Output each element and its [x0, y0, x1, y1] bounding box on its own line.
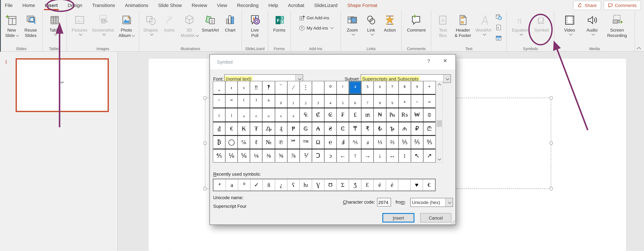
video-button[interactable]: Video: [562, 10, 577, 37]
tab-shape-format[interactable]: Shape Format: [342, 0, 382, 10]
symbol-cell[interactable]: ⅜: [263, 149, 275, 162]
tab-help[interactable]: Help: [264, 0, 283, 10]
symbol-cell[interactable]: ₄: [324, 95, 337, 108]
symbol-cell[interactable]: ₋: [411, 95, 424, 108]
symbol-cell-selected[interactable]: ⁴: [349, 81, 362, 94]
symbol-cell[interactable]: ⅗: [424, 136, 435, 148]
cancel-button[interactable]: Cancel: [420, 213, 451, 222]
share-button[interactable]: Share: [574, 1, 601, 10]
tab-review[interactable]: Review: [187, 0, 212, 10]
handle-mid-right[interactable]: [550, 141, 553, 145]
symbol-cell[interactable]: ⅎ: [362, 136, 374, 148]
symbol-cell[interactable]: ⁾: [250, 95, 263, 108]
symbol-cell[interactable]: ⅖: [411, 136, 424, 148]
symbol-cell[interactable]: →: [362, 149, 374, 162]
symbol-cell[interactable]: №: [263, 136, 275, 148]
dialog-title-bar[interactable]: Symbol: [210, 55, 456, 70]
symbol-cell[interactable]: ‾: [275, 81, 288, 94]
live-poll-button[interactable]: LivePoll: [248, 10, 262, 38]
recent-symbol-cell[interactable]: ⁴: [214, 180, 226, 190]
symbol-cell[interactable]: ⁵: [362, 81, 374, 94]
symbol-cell[interactable]: ₪: [424, 108, 435, 121]
symbol-cell[interactable]: ⁽: [238, 95, 250, 108]
symbol-cell[interactable]: Ⅎ: [337, 136, 349, 148]
recent-symbol-cell[interactable]: [398, 180, 411, 190]
screen-recording-button[interactable]: ScreenRecording: [607, 10, 627, 38]
recent-symbol-cell[interactable]: ʕ: [288, 180, 300, 190]
scroll-down-icon[interactable]: [436, 156, 442, 162]
scrollbar-thumb[interactable]: [436, 120, 442, 127]
handle-top-right[interactable]: [550, 96, 553, 100]
symbol-cell[interactable]: ℗: [275, 136, 288, 148]
slide-thumbnail[interactable]: m²: [16, 58, 109, 112]
symbol-cell[interactable]: ₂: [300, 95, 312, 108]
object-button[interactable]: [496, 35, 502, 43]
recent-symbol-cell[interactable]: Ʊ: [324, 180, 337, 190]
symbol-cell[interactable]: ₉: [386, 95, 399, 108]
symbol-cell[interactable]: ⁸: [399, 81, 411, 94]
recent-symbol-cell[interactable]: Ɣ: [312, 180, 324, 190]
symbol-cell[interactable]: ₭: [238, 122, 250, 135]
tab-file[interactable]: File: [0, 0, 18, 10]
action-button[interactable]: Action: [382, 10, 397, 33]
symbol-cell[interactable]: ₯: [263, 122, 275, 135]
symbol-cell[interactable]: ℠: [288, 136, 300, 148]
tab-transitions[interactable]: Transitions: [87, 0, 120, 10]
symbol-cell[interactable]: ⅞: [288, 149, 300, 162]
symbol-cell[interactable]: ‸: [213, 81, 226, 94]
symbol-cell[interactable]: ⅍: [349, 136, 362, 148]
recent-symbol-cell[interactable]: ¿: [275, 180, 288, 190]
symbol-cell[interactable]: ←: [337, 149, 349, 162]
symbol-cell[interactable]: ₥: [362, 108, 374, 121]
symbol-cell[interactable]: ℅: [238, 136, 250, 148]
recent-symbol-cell[interactable]: ƕ: [300, 180, 312, 190]
symbol-cell[interactable]: ‹: [226, 81, 238, 94]
new-slide-button[interactable]: NewSlide: [4, 10, 19, 38]
recent-symbol-cell[interactable]: €: [423, 180, 435, 190]
comment-button[interactable]: Comment: [407, 10, 426, 33]
reuse-slides-button[interactable]: ReuseSlides: [23, 10, 38, 38]
tab-home[interactable]: Home: [18, 0, 40, 10]
symbol-cell[interactable]: ₇: [362, 95, 374, 108]
symbol-cell[interactable]: ₰: [275, 122, 288, 135]
symbol-cell[interactable]: ⁶: [374, 81, 386, 94]
handle-bottom-right[interactable]: [550, 187, 553, 190]
tab-design[interactable]: Design: [62, 0, 87, 10]
insert-button[interactable]: Insert: [382, 213, 414, 222]
tab-slide-show[interactable]: Slide Show: [153, 0, 187, 10]
comments-button[interactable]: Comments: [604, 1, 641, 10]
symbol-cell[interactable]: ₱: [288, 122, 300, 135]
symbol-cell[interactable]: ℮: [324, 136, 337, 148]
symbol-cell[interactable]: ₓ: [275, 108, 288, 121]
symbol-cell[interactable]: ⁻: [213, 95, 226, 108]
symbol-cell[interactable]: ₵: [337, 122, 349, 135]
symbol-cell[interactable]: ↄ: [324, 149, 337, 162]
symbol-cell[interactable]: ›: [238, 81, 250, 94]
symbol-cell[interactable]: ₌: [424, 95, 435, 108]
symbol-cell[interactable]: ₺: [374, 122, 386, 135]
symbol-cell[interactable]: ⅕: [399, 136, 411, 148]
symbol-cell[interactable]: ‽: [263, 81, 275, 94]
symbol-cell[interactable]: ₁: [288, 95, 300, 108]
tab-insert[interactable]: Insert: [40, 0, 62, 10]
symbol-cell[interactable]: ₅: [337, 95, 349, 108]
symbol-cell[interactable]: ₡: [312, 108, 324, 121]
symbol-cell[interactable]: [312, 81, 324, 94]
symbol-cell[interactable]: ₿: [213, 136, 226, 148]
recent-symbol-cell[interactable]: é: [386, 180, 398, 190]
close-icon[interactable]: ✕: [443, 58, 447, 64]
slide-number-button[interactable]: #: [496, 24, 502, 32]
symbol-cell[interactable]: ₫: [213, 122, 226, 135]
symbol-cell[interactable]: ₒ: [263, 108, 275, 121]
char-code-input[interactable]: [377, 198, 391, 206]
symbol-cell[interactable]: ⅘: [213, 149, 226, 162]
symbol-cell[interactable]: ₩: [411, 108, 424, 121]
tab-recording[interactable]: Recording: [232, 0, 264, 10]
symbol-grid-scrollbar[interactable]: [436, 81, 443, 162]
symbol-cell[interactable]: ↕: [399, 149, 411, 162]
tab-acrobat[interactable]: Acrobat: [283, 0, 309, 10]
from-combobox[interactable]: Unicode (hex): [410, 198, 453, 207]
photo-album-button[interactable]: PhotoAlbum: [118, 10, 134, 38]
symbol-cell[interactable]: ⁼: [226, 95, 238, 108]
recent-symbol-cell[interactable]: Σ: [337, 180, 349, 190]
